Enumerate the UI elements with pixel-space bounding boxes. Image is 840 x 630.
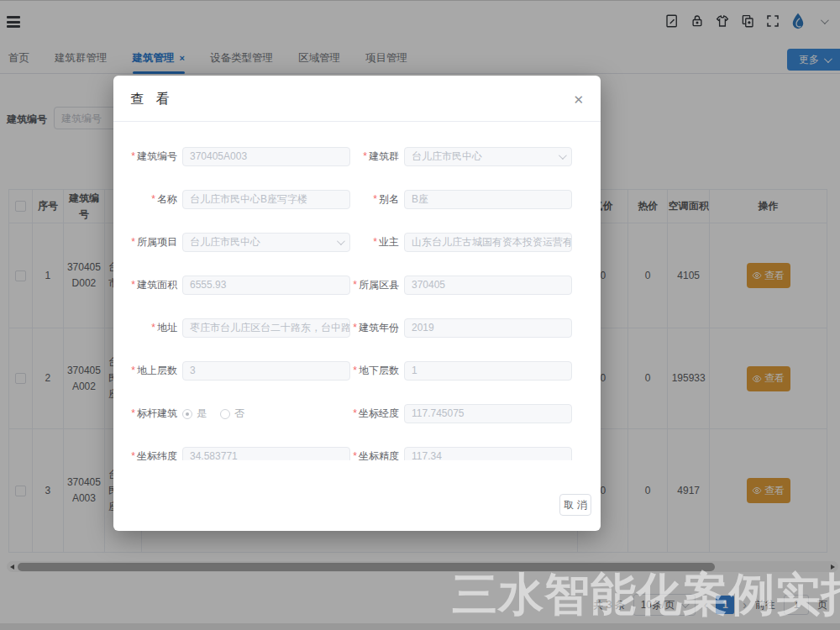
field-label: 地下层数: [359, 365, 399, 376]
field-label: 名称: [157, 193, 177, 205]
building-area-field[interactable]: 6555.93: [182, 276, 350, 295]
owner-field[interactable]: 山东台儿庄古城国有资本投资运营有限公司: [404, 233, 572, 252]
field-label: 地址: [157, 322, 177, 333]
field-label: 建筑年份: [359, 322, 399, 333]
building-group-select[interactable]: 台儿庄市民中心: [404, 147, 572, 166]
radio-yes[interactable]: 是: [182, 407, 207, 421]
build-year-field[interactable]: 2019: [404, 318, 572, 338]
dialog-title: 查 看: [130, 91, 173, 108]
field-label: 建筑群: [369, 150, 399, 162]
field-label: 建筑编号: [137, 150, 177, 162]
field-label: 坐标精度: [359, 450, 399, 460]
latitude-field[interactable]: 34.583771: [182, 447, 350, 460]
alias-field[interactable]: B座: [404, 190, 572, 209]
field-label: 所属项目: [137, 236, 177, 248]
precision-field[interactable]: 117.34: [404, 447, 572, 460]
close-icon[interactable]: ✕: [570, 89, 587, 111]
floors-above-field[interactable]: 3: [182, 361, 350, 381]
building-no-field[interactable]: 370405A003: [182, 147, 350, 166]
field-label: 建筑面积: [137, 279, 177, 291]
field-label: 业主: [379, 236, 399, 248]
district-field[interactable]: 370405: [404, 276, 572, 295]
benchmark-radio-group: 是 否: [182, 407, 244, 421]
longitude-field[interactable]: 117.745075: [404, 404, 572, 423]
view-dialog: 查 看 ✕ *建筑编号370405A003 *建筑群台儿庄市民中心 *名称台儿庄…: [113, 76, 601, 531]
radio-no[interactable]: 否: [220, 407, 244, 421]
chevron-down-icon: [559, 151, 567, 160]
field-label: 别名: [379, 193, 399, 205]
chevron-down-icon: [337, 237, 345, 245]
address-field[interactable]: 枣庄市台儿庄区台二十路东，台中路南: [182, 318, 350, 338]
cancel-button[interactable]: 取 消: [559, 494, 591, 516]
field-label: 坐标经度: [359, 407, 399, 419]
field-label: 标杆建筑: [137, 407, 177, 419]
field-label: 坐标纬度: [137, 450, 177, 460]
field-label: 所属区县: [359, 279, 399, 291]
field-label: 地上层数: [137, 365, 177, 376]
app-window: 首页 建筑群管理 建筑管理× 设备类型管理 区域管理 项目管理 更多 建筑编号 …: [0, 0, 840, 630]
name-field[interactable]: 台儿庄市民中心B座写字楼: [182, 190, 350, 209]
floors-below-field[interactable]: 1: [404, 361, 572, 381]
project-select[interactable]: 台儿庄市民中心: [182, 233, 350, 252]
